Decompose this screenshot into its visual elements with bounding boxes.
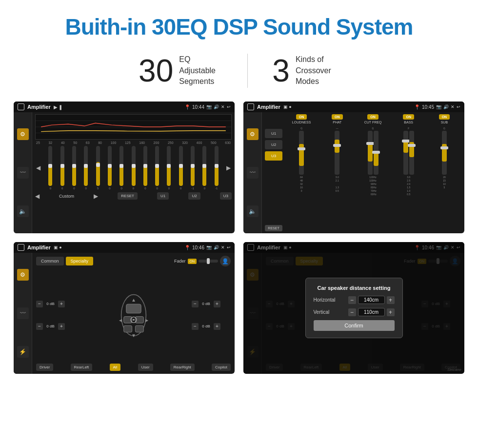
vertical-minus[interactable]: − — [348, 308, 356, 316]
next-arrow[interactable]: ▶ — [226, 164, 231, 171]
home-icon-2[interactable] — [247, 103, 254, 110]
cutfreq-on[interactable]: ON — [367, 114, 378, 120]
back-icon-1[interactable]: ↩ — [227, 104, 231, 109]
screen-specialty: Amplifier ▣ ● 📍 10:46 📷 🔊 ✕ ↩ ⚙ 〰 ⚡ C — [14, 242, 235, 374]
u1-btn[interactable]: U1 — [157, 192, 169, 200]
vertical-input[interactable] — [358, 308, 385, 316]
dialog-title: Car speaker distance setting — [314, 285, 395, 291]
location-icon-3: 📍 — [184, 245, 190, 250]
svg-text:◀: ◀ — [119, 317, 122, 322]
sidebar-wave-icon-2[interactable]: 〰 — [247, 167, 259, 179]
status-bar-2: Amplifier ▣ ● 📍 10:45 📷 🔊 ✕ ↩ — [243, 102, 464, 112]
home-icon-3[interactable] — [18, 244, 24, 251]
sidebar-vol-icon-2[interactable]: 🔈 — [247, 205, 259, 217]
home-icon-1[interactable] — [18, 103, 24, 110]
back-icon-2[interactable]: ↩ — [457, 104, 460, 109]
prev-arrow[interactable]: ◀ — [36, 164, 40, 171]
location-icon-2: 📍 — [414, 104, 420, 110]
horizontal-plus[interactable]: + — [387, 296, 395, 304]
u3-preset[interactable]: U3 — [265, 151, 282, 161]
record-icon-2: ▣ ● — [283, 104, 292, 109]
svg-rect-8 — [135, 326, 143, 332]
stat-crossover-number: 3 — [272, 55, 290, 86]
close-icon-2[interactable]: ✕ — [451, 104, 455, 109]
app-title-2: Amplifier — [257, 104, 280, 110]
sidebar-bt-icon-3[interactable]: ⚡ — [17, 346, 29, 358]
specialty-tab-3[interactable]: Specialty — [66, 257, 94, 265]
vol-tl-plus[interactable]: + — [58, 301, 65, 307]
status-bar-1: Amplifier ▶ ❚ 📍 10:44 📷 🔊 ✕ ↩ — [14, 102, 235, 112]
close-icon-3[interactable]: ✕ — [221, 245, 225, 250]
u2-preset[interactable]: U2 — [265, 140, 282, 149]
play-icon-1[interactable]: ▶ ❚ — [54, 104, 63, 110]
back-nav[interactable]: ◀ — [35, 193, 40, 200]
vol-tr-plus[interactable]: + — [214, 301, 220, 307]
sidebar-2: ⚙ 〰 🔈 — [243, 112, 262, 233]
common-tab-3[interactable]: Common — [36, 257, 64, 265]
vol-tl-minus[interactable]: − — [36, 301, 43, 307]
screen-dialog: Amplifier ▣ ● 📍 10:46 📷 🔊 ✕ ↩ ⚙ 〰 ⚡ Comm… — [243, 242, 464, 374]
vol-bl: − 0 dB + — [36, 323, 75, 330]
fader-on-3: ON — [188, 259, 197, 264]
user-btn-3[interactable]: User — [138, 364, 153, 371]
sidebar-eq-icon[interactable]: ⚙ — [17, 128, 29, 140]
close-icon-1[interactable]: ✕ — [221, 104, 225, 109]
driver-btn-3[interactable]: Driver — [36, 364, 53, 371]
all-btn-3[interactable]: All — [110, 364, 121, 371]
sidebar-3: ⚙ 〰 ⚡ — [14, 253, 32, 374]
bass-on[interactable]: ON — [403, 114, 414, 120]
phat-label: PHAT — [333, 121, 341, 124]
u3-btn[interactable]: U3 — [220, 192, 232, 200]
reset-preset[interactable]: RESET — [265, 225, 282, 231]
vol-br-minus[interactable]: − — [192, 323, 199, 330]
stat-eq-label: EQ AdjustableSegments — [179, 54, 223, 87]
stat-eq: 30 EQ AdjustableSegments — [114, 54, 247, 87]
rearright-btn-3[interactable]: RearRight — [170, 364, 195, 371]
app-title-3: Amplifier — [27, 244, 51, 250]
eq-graph — [35, 114, 232, 140]
vol-br-value: 0 dB — [200, 324, 212, 328]
u1-preset[interactable]: U1 — [265, 129, 282, 138]
fader-slider-3[interactable] — [199, 260, 218, 263]
sidebar-wave-icon-3[interactable]: 〰 — [17, 307, 29, 319]
u2-btn[interactable]: U2 — [188, 192, 200, 200]
svg-text:▼: ▼ — [131, 332, 136, 338]
phat-on[interactable]: ON — [332, 114, 343, 120]
volume-icon-1: 🔊 — [214, 104, 219, 109]
sub-on[interactable]: ON — [439, 114, 450, 120]
vol-br: − 0 dB + — [192, 323, 231, 330]
vol-tl: − 0 dB + — [36, 301, 75, 307]
sidebar-1: ⚙ 〰 🔈 — [14, 112, 32, 233]
freq-labels: 253240506380100125160200250320400500630 — [35, 141, 232, 144]
back-icon-3[interactable]: ↩ — [227, 245, 231, 250]
rearleft-btn-3[interactable]: RearLeft — [71, 364, 93, 371]
user-icon-3[interactable]: 👤 — [220, 256, 231, 266]
sidebar-eq-icon-3[interactable]: ⚙ — [17, 269, 29, 281]
vol-br-plus[interactable]: + — [214, 323, 220, 330]
sidebar-wave-icon[interactable]: 〰 — [17, 167, 29, 179]
eq-bottom-controls: ◀ Custom ▶ RESET U1 U2 U3 — [35, 191, 232, 201]
vertical-plus[interactable]: + — [387, 308, 395, 316]
horizontal-minus[interactable]: − — [348, 296, 356, 304]
loudness-on[interactable]: ON — [296, 114, 307, 120]
vol-tr: − 0 dB + — [192, 301, 231, 307]
fader-label-3: Fader — [174, 259, 186, 264]
fwd-nav[interactable]: ▶ — [94, 193, 98, 200]
page-header: Buith-in 30EQ DSP Sound System — [0, 0, 478, 49]
horizontal-input[interactable] — [358, 296, 385, 304]
sidebar-eq-icon-2[interactable]: ⚙ — [247, 128, 259, 140]
time-2: 10:45 — [422, 104, 434, 110]
vol-bl-minus[interactable]: − — [36, 323, 43, 330]
camera-icon-1: 📷 — [206, 104, 212, 109]
vol-tr-value: 0 dB — [200, 302, 212, 306]
car-diagram-3: ▲ ▼ ◀ ▶ — [77, 268, 190, 362]
dialog-horizontal-row: Horizontal − + — [314, 296, 395, 304]
copilot-btn-3[interactable]: Copilot — [212, 364, 231, 371]
vol-tr-minus[interactable]: − — [192, 301, 199, 307]
volume-icon-2: 🔊 — [443, 104, 449, 109]
reset-btn[interactable]: RESET — [118, 192, 138, 200]
sidebar-vol-icon[interactable]: 🔈 — [17, 205, 29, 217]
vol-bl-plus[interactable]: + — [58, 323, 65, 330]
svg-rect-7 — [123, 326, 132, 332]
confirm-button[interactable]: Confirm — [314, 320, 395, 331]
